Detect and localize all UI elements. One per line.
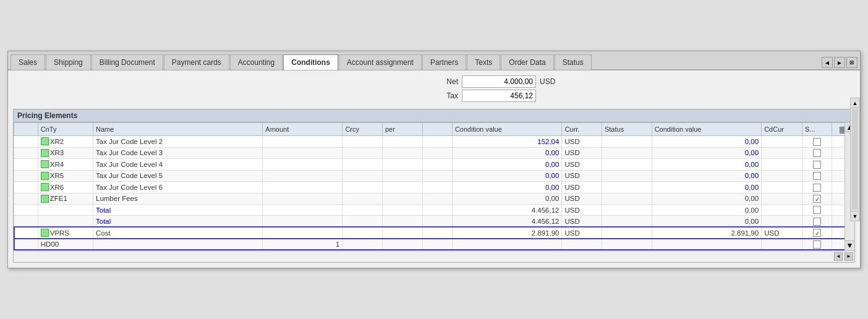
cell-cnty: XR3 xyxy=(38,147,93,158)
tab-sales[interactable]: Sales xyxy=(11,54,45,70)
s-checkbox[interactable] xyxy=(813,184,821,192)
row-checkbox[interactable] xyxy=(41,137,49,145)
cell-cdcur xyxy=(762,136,802,147)
cell-cond-val xyxy=(452,239,562,250)
cell-status xyxy=(602,239,652,250)
net-row: Net USD xyxy=(433,75,558,88)
cell-cdcur xyxy=(762,216,802,227)
cell-per xyxy=(382,147,422,158)
cell-curr: USD xyxy=(562,193,602,204)
cnty-label: XR3 xyxy=(50,149,64,156)
s-checkbox[interactable] xyxy=(813,240,821,249)
s-checkbox[interactable] xyxy=(813,149,821,157)
cell-cnty: ZFE1 xyxy=(38,193,93,204)
s-checkbox[interactable] xyxy=(813,172,821,180)
cell-cond-val2: 0,00 xyxy=(652,216,762,227)
row-checkbox[interactable] xyxy=(41,183,49,191)
tab-order-data[interactable]: Order Data xyxy=(501,54,553,70)
cell-crcy xyxy=(343,136,383,147)
cell-status xyxy=(602,193,652,204)
tax-input[interactable] xyxy=(462,90,536,102)
cell-per xyxy=(382,182,422,193)
table-row-total1: Total 4.456,12 USD 0,00 xyxy=(14,204,854,215)
cell-curr xyxy=(562,239,602,250)
tab-payment-cards[interactable]: Payment cards xyxy=(164,54,229,70)
s-checkbox[interactable] xyxy=(813,161,821,169)
pricing-section: Pricing Elements CnTy Name Amount Crcy p… xyxy=(13,109,855,263)
cell-crcy xyxy=(343,170,383,181)
tab-shipping[interactable]: Shipping xyxy=(46,54,91,70)
cell-amount xyxy=(263,159,343,170)
table-row-total2: Total 4.456,12 USD 0,00 xyxy=(14,216,854,227)
tab-nav-close[interactable]: ⊠ xyxy=(846,57,857,68)
cell-amount: 1 xyxy=(263,239,343,250)
tab-partners[interactable]: Partners xyxy=(422,54,466,70)
cell-crcy xyxy=(343,216,383,227)
cell-cnty: XR2 xyxy=(38,136,93,147)
row-checkbox[interactable] xyxy=(41,195,49,203)
s-checkbox[interactable] xyxy=(813,206,821,214)
tab-account-assignment[interactable]: Account assignment xyxy=(339,54,422,70)
col-curr: Curr. xyxy=(562,123,602,136)
cell-cond-val2: 0,00 xyxy=(652,182,762,193)
s-checkbox-checked[interactable] xyxy=(813,195,821,203)
cell-curr: USD xyxy=(562,182,602,193)
cell-cond-val: 152,04 xyxy=(452,136,562,147)
cell-crcy xyxy=(343,193,383,204)
cell-curr: USD xyxy=(562,159,602,170)
cnty-label: XR5 xyxy=(50,172,64,179)
cell-cnty: VPRS xyxy=(38,227,93,238)
row-checkbox[interactable] xyxy=(41,229,49,237)
cell-curr: USD xyxy=(562,227,602,238)
cell-blank xyxy=(422,159,452,170)
cell-cond-val: 0,00 xyxy=(452,182,562,193)
cell-cond-val: 0,00 xyxy=(452,159,562,170)
cell-cond-val2: 0,00 xyxy=(652,204,762,215)
cell-cond-val: 0,00 xyxy=(452,170,562,181)
cell-amount xyxy=(263,182,343,193)
cell-cond-val2: 0,00 xyxy=(652,136,762,147)
cell-amount xyxy=(263,204,343,215)
cell-cdcur xyxy=(762,239,802,250)
pricing-table-body: XR2 Tax Jur Code Level 2 152,04 USD 0 xyxy=(14,136,854,250)
col-crcy: Crcy xyxy=(343,123,383,136)
net-input[interactable] xyxy=(462,75,536,88)
cell-cond-val2: 0,00 xyxy=(652,147,762,158)
cell-cond-val2: 0,00 xyxy=(652,193,762,204)
table-row-vprs: VPRS Cost 2.891,90 USD 2.891,90 xyxy=(14,227,854,238)
pricing-table: CnTy Name Amount Crcy per Condition valu… xyxy=(14,122,854,250)
table-header-row: CnTy Name Amount Crcy per Condition valu… xyxy=(14,123,854,136)
cell-cond-val: 4.456,12 xyxy=(452,204,562,215)
cell-name: Total xyxy=(93,216,263,227)
tab-status[interactable]: Status xyxy=(555,54,592,70)
outer-scroll-down[interactable]: ▼ xyxy=(851,211,859,221)
cell-cdcur xyxy=(762,159,802,170)
tab-nav-next[interactable]: ► xyxy=(834,57,845,68)
cell-s xyxy=(802,182,832,193)
row-checkbox[interactable] xyxy=(41,172,49,180)
tab-billing-document[interactable]: Billing Document xyxy=(91,54,163,70)
table-row: ZFE1 Lumber Fees 0,00 USD 0,00 xyxy=(14,193,854,204)
s-checkbox[interactable] xyxy=(813,218,821,226)
cell-n xyxy=(14,239,38,250)
row-checkbox[interactable] xyxy=(41,149,49,157)
s-checkbox[interactable] xyxy=(813,138,821,146)
cell-per xyxy=(382,204,422,215)
scroll-left-btn[interactable]: ◄ xyxy=(834,252,843,261)
cell-cdcur xyxy=(762,193,802,204)
s-checkbox-checked[interactable] xyxy=(813,229,821,237)
cell-name xyxy=(93,239,263,250)
tab-conditions[interactable]: Conditions xyxy=(283,54,338,70)
cell-crcy xyxy=(343,159,383,170)
cell-amount xyxy=(263,170,343,181)
tab-texts[interactable]: Texts xyxy=(467,54,500,70)
scroll-down-btn[interactable]: ▼ xyxy=(845,240,854,250)
tab-accounting[interactable]: Accounting xyxy=(230,54,283,70)
cell-status xyxy=(602,170,652,181)
cell-per xyxy=(382,159,422,170)
row-checkbox[interactable] xyxy=(41,160,49,168)
scroll-right-btn[interactable]: ► xyxy=(845,252,853,261)
cell-per xyxy=(382,227,422,238)
tab-nav-prev[interactable]: ◄ xyxy=(822,57,833,68)
outer-scroll-up[interactable]: ▲ xyxy=(851,98,859,108)
